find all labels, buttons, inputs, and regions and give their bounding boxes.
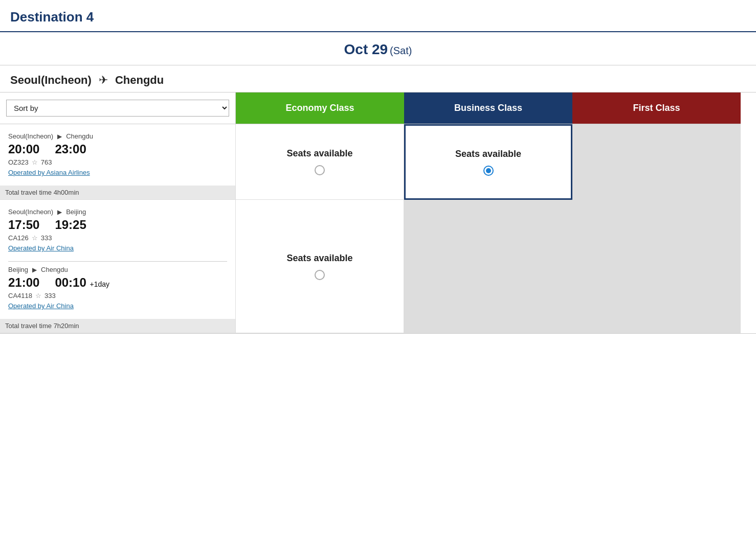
flight-2-seg1-number: CA126 ☆ 333 (8, 234, 227, 242)
star-icon: ☆ (35, 292, 41, 299)
flight-2-economy-radio[interactable] (315, 270, 325, 280)
flight-1-route: Seoul(Incheon) ▶ Chengdu (8, 132, 227, 140)
flight-2-seg2-route: Beijing ▶ Chengdu (8, 266, 227, 273)
flight-1-dep: 20:00 (8, 142, 39, 156)
segment-divider (8, 261, 227, 262)
page-wrapper: Destination 4 Oct 29 (Sat) Seoul(Incheon… (0, 0, 756, 554)
flight-2-seg2-origin: Beijing (8, 266, 28, 273)
date-day: (Sat) (390, 45, 412, 56)
flight-2-travel-time: Total travel time 7h20min (0, 319, 235, 333)
economy-class-header: Economy Class (236, 93, 404, 124)
flight-2-seg1-operator[interactable]: Operated by Air China (8, 244, 74, 252)
flight-2-info: Seoul(Incheon) ▶ Beijing 17:50 19:25 CA1… (0, 200, 236, 333)
flight-2-segment-1: Seoul(Incheon) ▶ Beijing 17:50 19:25 CA1… (8, 208, 227, 256)
flight-1-economy-radio[interactable] (315, 165, 325, 175)
flight-2-seg1-route: Seoul(Incheon) ▶ Beijing (8, 208, 227, 216)
page-header: Destination 4 (0, 0, 756, 32)
flight-2-seg2-times: 21:00 00:10 +1day (8, 275, 227, 290)
flight-1-first-cell (572, 124, 741, 200)
flight-2-first-cell (572, 200, 741, 333)
sort-cell[interactable]: Sort by Price Duration Departure (0, 93, 236, 124)
flight-1-economy-cell[interactable]: Seats available (236, 124, 404, 200)
flight-2-segment-2: Beijing ▶ Chengdu 21:00 00:10 +1day CA41… (8, 266, 227, 314)
route-arrow-icon: ✈ (99, 74, 108, 87)
date-bar: Oct 29 (Sat) (0, 32, 756, 65)
flight-1-business-status: Seats available (455, 149, 521, 159)
date-text: Oct 29 (344, 41, 388, 57)
flight-1-number: OZ323 ☆ 763 (8, 158, 227, 166)
flight-1-info: Seoul(Incheon) ▶ Chengdu 20:00 23:00 OZ3… (0, 124, 236, 200)
sort-select[interactable]: Sort by Price Duration Departure (6, 100, 229, 117)
flight-1-arr: 23:00 (55, 142, 86, 156)
flight-2-seg1-origin: Seoul(Incheon) (8, 208, 53, 216)
flight-2-seg1-dep: 17:50 (8, 218, 39, 232)
flight-2-seg2-dest: Chengdu (41, 266, 68, 273)
flight-1-operator[interactable]: Operated by Asiana Airlines (8, 169, 90, 176)
flight-2-seg1-arr: 19:25 (55, 218, 86, 232)
route-bar: Seoul(Incheon) ✈ Chengdu (0, 65, 756, 93)
flight-2-business-cell (404, 200, 572, 333)
flight-2-seg2-dep: 21:00 (8, 275, 39, 290)
destination-city: Chengdu (115, 74, 164, 87)
segment-arrow-icon: ▶ (57, 133, 62, 140)
star-icon: ☆ (32, 234, 38, 242)
origin-city: Seoul(Incheon) (10, 74, 92, 87)
flight-1-destination: Chengdu (66, 132, 93, 140)
flight-2-seg1-times: 17:50 19:25 (8, 218, 227, 232)
flight-2-economy-status: Seats available (286, 253, 352, 264)
flight-2-seg2-number: CA4118 ☆ 333 (8, 292, 227, 299)
business-class-header: Business Class (404, 93, 572, 124)
flight-2-seg2-arr: 00:10 +1day (55, 275, 109, 290)
flight-1-origin: Seoul(Incheon) (8, 132, 53, 140)
flight-1-business-radio[interactable] (483, 166, 494, 176)
page-title: Destination 4 (10, 9, 94, 25)
main-grid: Sort by Price Duration Departure Economy… (0, 93, 756, 334)
flight-1-economy-status: Seats available (286, 148, 352, 159)
segment-arrow-icon: ▶ (32, 266, 37, 273)
flight-2-seg1-dest: Beijing (66, 208, 86, 216)
first-class-header: First Class (572, 93, 741, 124)
star-icon: ☆ (32, 158, 38, 166)
segment-arrow-icon: ▶ (57, 209, 62, 216)
flight-2-seg2-operator[interactable]: Operated by Air China (8, 302, 74, 310)
flight-1-travel-time: Total travel time 4h00min (0, 186, 235, 199)
flight-2-economy-cell[interactable]: Seats available (236, 200, 404, 333)
flight-1-times: 20:00 23:00 (8, 142, 227, 156)
flight-1-business-cell[interactable]: Seats available (404, 124, 572, 200)
radio-dot (486, 168, 491, 173)
flight-1-segment-1: Seoul(Incheon) ▶ Chengdu 20:00 23:00 OZ3… (8, 132, 227, 180)
